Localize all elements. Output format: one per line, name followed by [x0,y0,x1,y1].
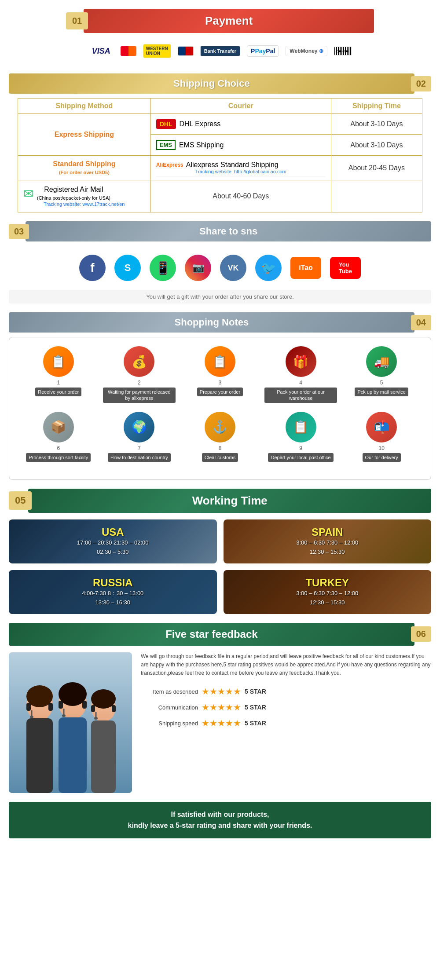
step-8-label: Clear customs [202,453,238,462]
sns-header: 03 Share to sns [9,221,431,241]
svg-rect-17 [91,705,95,712]
col-method: Shipping Method [18,99,151,114]
people-silhouette [9,652,132,793]
maestro-logo [178,46,194,56]
whatsapp-icon[interactable]: 📱 [150,255,176,281]
express-time-2: About 3-10 Days [331,135,422,156]
step-9-icon: 📋 [286,412,316,442]
shipping-num: 02 [411,76,431,91]
shipping-title: Shipping Choice [9,73,414,94]
step-4: 🎁 4 Pack your order at our warehouse [264,346,337,403]
airmail-tracking: Tracking website: www.17track.net/en [23,201,145,207]
star-count-1: 5 STAR [245,688,266,695]
dhl-name: DHL Express [180,120,221,128]
svg-rect-9 [59,717,87,793]
turkey-name: TURKEY [305,577,349,589]
step-2-num: 2 [138,380,141,386]
step-1: 📋 1 Receive your order [22,346,95,403]
step-9-num: 9 [299,445,302,451]
spain-time: 3:00 – 6:30 7:30 – 12:00 12:30 – 15:30 [296,538,358,557]
svg-rect-18 [112,705,116,712]
dhl-courier: DHL DHL Express [150,114,331,135]
steps-row-2: 📦 6 Process through sort facility 🌍 7 Fl… [18,412,422,462]
rating-label-1: Item as described [141,688,198,695]
skype-icon[interactable]: S [114,255,141,281]
ali-name: Aliexpress Standard Shipping [186,161,279,169]
table-row: Express Shipping DHL DHL Express About 3… [18,114,422,135]
col-time: Shipping Time [331,99,422,114]
step-6-icon: 📦 [43,412,74,442]
dhl-logo: DHL [156,119,176,129]
svg-rect-4 [48,703,53,711]
standard-method: Standard Shipping(For order over USD5) [18,156,151,180]
step-2: 💰 2 Waiting for payment released by alix… [103,346,176,403]
twitter-icon[interactable]: 🐦 [255,255,282,281]
payment-section: 01 Payment VISA WESTERNUNION Bank Transf… [0,0,440,69]
step-10: 📬 10 Our for delivery [345,412,418,462]
rating-row-3: Shipping speed ★★★★★ 5 STAR [141,718,431,728]
svg-point-21 [91,689,116,709]
country-grid: USA 17:00 – 20:30 21:30 – 02:00 02:30 – … [9,519,431,614]
aliexpress-courier: AliExpress Aliexpress Standard Shipping … [150,156,331,180]
payment-num: 01 [66,12,88,29]
step-9: 📋 9 Depart your local post office [264,412,337,462]
express-time-1: About 3-10 Days [331,114,422,135]
step-8: ⚓ 8 Clear customs [183,412,256,462]
working-num: 05 [9,491,32,510]
visa-logo: VISA [88,45,114,58]
feedback-description: We will go through our feedback file in … [141,652,431,678]
stars-2: ★★★★★ [202,702,241,713]
notes-num: 04 [411,315,431,330]
shopping-notes-box: 📋 1 Receive your order 💰 2 Waiting for p… [9,337,431,480]
step-10-label: Our for delivery [363,453,401,462]
feedback-text: We will go through our feedback file in … [141,652,431,734]
step-5: 🚚 5 Pck up by mail service [345,346,418,403]
feedback-num: 06 [411,626,431,642]
shipping-section: Shipping Choice 02 Shipping Method Couri… [0,73,440,212]
svg-rect-16 [91,720,116,793]
svg-rect-2 [26,718,53,793]
step-8-icon: ⚓ [205,412,235,442]
payment-header-wrap: 01 Payment [66,9,374,33]
star-count-2: 5 STAR [245,704,266,711]
usa-box: USA 17:00 – 20:30 21:30 – 02:00 02:30 – … [9,519,217,563]
step-5-num: 5 [380,380,383,386]
step-1-label: Receive your order [35,388,81,396]
step-6: 📦 6 Process through sort facility [22,412,95,462]
feedback-title: Five star feedback [9,623,414,646]
rating-label-3: Shipping speed [141,720,198,727]
sns-title: Share to sns [26,221,431,241]
step-7-icon: 🌍 [124,412,154,442]
boleto-logo: Boletol [334,47,352,55]
youtube-icon[interactable]: YouTube [330,257,361,279]
feedback-section: Five star feedback 06 [0,623,440,838]
step-1-icon: 📋 [43,346,74,377]
step-5-icon: 🚚 [366,346,397,377]
rating-row-2: Communication ★★★★★ 5 STAR [141,702,431,713]
svg-point-20 [94,717,98,720]
step-10-icon: 📬 [366,412,397,442]
step-1-num: 1 [57,380,60,386]
social-icons-row: f S 📱 📷 VK 🐦 iTao YouTube [0,246,440,290]
step-2-label: Waiting for payment released by alixepre… [103,388,176,403]
western-union-logo: WESTERNUNION [143,44,171,58]
star-count-3: 5 STAR [245,720,266,727]
ali-express-logo: AliExpress [156,162,183,168]
step-8-num: 8 [219,445,222,451]
paypal-logo: PPayPal [247,45,279,57]
payment-title: Payment [84,9,374,33]
step-3-num: 3 [219,380,222,386]
mastercard-logo [121,46,136,56]
svg-point-14 [59,682,87,706]
feedback-photo [9,652,132,793]
facebook-icon[interactable]: f [79,255,106,281]
vk-icon[interactable]: VK [220,255,246,281]
shopping-notes-section: Shopping Notes 04 📋 1 Receive your order… [0,312,440,480]
feedback-content: We will go through our feedback file in … [9,652,431,793]
itao-icon[interactable]: iTao [290,257,321,279]
sns-num: 03 [9,224,29,239]
instagram-icon[interactable]: 📷 [185,255,211,281]
step-4-icon: 🎁 [286,346,316,377]
step-4-num: 4 [299,380,302,386]
ems-name: EMS Shipping [179,141,224,149]
